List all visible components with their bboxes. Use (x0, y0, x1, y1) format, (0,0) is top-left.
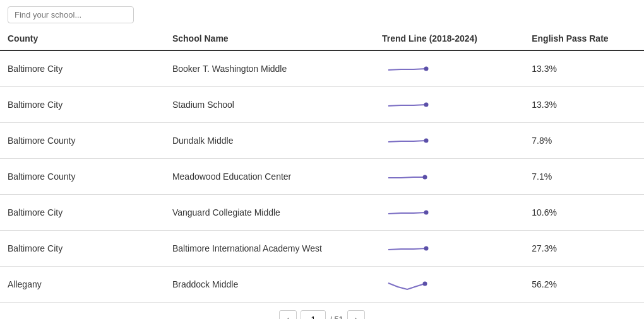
trend-line (382, 60, 439, 78)
trend-line (382, 168, 439, 185)
school-cell: Braddock Middle (165, 267, 374, 303)
county-cell: Baltimore County (0, 123, 165, 159)
trend-cell (374, 87, 524, 123)
prev-page-button[interactable]: ‹ (279, 310, 297, 319)
rate-cell: 27.3% (524, 231, 644, 267)
trend-cell (374, 159, 524, 195)
table-row: Baltimore City Baltimore International A… (0, 231, 644, 267)
svg-point-4 (424, 211, 429, 215)
county-cell: Baltimore City (0, 231, 165, 267)
table-row: Baltimore City Stadium School 13.3% (0, 87, 644, 123)
svg-point-2 (424, 139, 429, 143)
rate-cell: 10.6% (524, 195, 644, 231)
trend-line (382, 240, 439, 257)
county-cell: Baltimore City (0, 195, 165, 231)
trend-header: Trend Line (2018-2024) (374, 28, 524, 50)
rate-cell: 7.8% (524, 123, 644, 159)
rate-header: English Pass Rate (524, 28, 644, 50)
county-cell: Baltimore County (0, 159, 165, 195)
trend-cell (374, 123, 524, 159)
trend-line (382, 204, 439, 221)
page-total: / 51 (330, 315, 343, 320)
svg-point-6 (423, 282, 427, 286)
table-row: Baltimore City Vanguard Collegiate Middl… (0, 195, 644, 231)
next-page-button[interactable]: › (347, 310, 365, 319)
svg-point-0 (424, 67, 429, 71)
trend-line (382, 276, 439, 293)
svg-point-1 (424, 103, 429, 107)
school-cell: Stadium School (165, 87, 374, 123)
table-wrapper: County School Name Trend Line (2018-2024… (0, 28, 644, 303)
county-header: County (0, 28, 165, 50)
table-row: Allegany Braddock Middle 56.2% (0, 267, 644, 303)
trend-cell (374, 50, 524, 87)
trend-cell (374, 195, 524, 231)
school-header: School Name (165, 28, 374, 50)
trend-line (382, 132, 439, 149)
schools-table: County School Name Trend Line (2018-2024… (0, 28, 644, 303)
table-row: Baltimore City Booker T. Washington Midd… (0, 50, 644, 87)
school-cell: Vanguard Collegiate Middle (165, 195, 374, 231)
rate-cell: 56.2% (524, 267, 644, 303)
page-input[interactable] (301, 310, 326, 319)
rate-cell: 13.3% (524, 87, 644, 123)
svg-point-3 (423, 175, 427, 180)
county-cell: Baltimore City (0, 87, 165, 123)
school-cell: Meadowood Education Center (165, 159, 374, 195)
school-cell: Dundalk Middle (165, 123, 374, 159)
search-input[interactable] (8, 6, 134, 23)
pagination: ‹ / 51 › (0, 303, 644, 319)
trend-cell (374, 231, 524, 267)
search-container (0, 0, 644, 28)
rate-cell: 13.3% (524, 50, 644, 87)
county-cell: Baltimore City (0, 50, 165, 87)
table-row: Baltimore County Meadowood Education Cen… (0, 159, 644, 195)
school-cell: Booker T. Washington Middle (165, 50, 374, 87)
svg-point-5 (424, 246, 429, 251)
trend-cell (374, 267, 524, 303)
table-header-row: County School Name Trend Line (2018-2024… (0, 28, 644, 50)
trend-line (382, 96, 439, 113)
table-row: Baltimore County Dundalk Middle 7.8% (0, 123, 644, 159)
county-cell: Allegany (0, 267, 165, 303)
school-cell: Baltimore International Academy West (165, 231, 374, 267)
rate-cell: 7.1% (524, 159, 644, 195)
